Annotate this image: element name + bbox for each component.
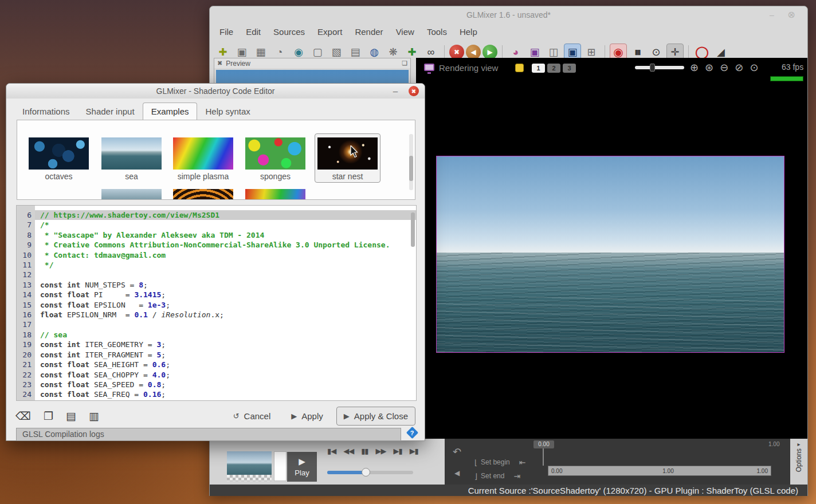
rendering-view-label: Rendering view — [439, 63, 498, 73]
zoom-in-icon[interactable]: ⊕ — [690, 61, 699, 74]
example-star-nest[interactable]: star nest — [317, 137, 378, 181]
dialog-close-icon[interactable]: ✖ — [409, 86, 419, 96]
zoom-current-icon[interactable]: ⊙ — [750, 61, 758, 74]
line-number: 11 — [17, 260, 35, 270]
close-icon[interactable]: ⊗ — [786, 10, 797, 20]
rewind-icon[interactable]: ◀◀ — [343, 447, 354, 455]
code-line: 20const int ITER_FRAGMENT = 5; — [17, 350, 416, 360]
line-number: 15 — [17, 300, 35, 310]
timeline-track[interactable]: 0.00 1.00 1.00 — [548, 466, 771, 476]
dialog-toolbar: ⌫❐▤▥ ↺ Cancel ▶ Apply ▶ Apply & Close — [15, 403, 415, 428]
code-line: 22const float SEA_CHOPPY = 4.0; — [17, 370, 416, 380]
apply-button[interactable]: ▶ Apply — [284, 407, 331, 426]
line-number: 21 — [17, 360, 35, 369]
tab-help-syntax[interactable]: Help syntax — [197, 103, 258, 120]
preview-detach-icon[interactable]: ❏ — [402, 60, 407, 67]
line-number: 10 — [17, 250, 35, 260]
tab-informations[interactable]: Informations — [14, 103, 78, 120]
play-label: Play — [295, 468, 309, 477]
zoom-out-icon[interactable]: ⊖ — [720, 61, 728, 74]
example-octaves[interactable]: octaves — [29, 137, 89, 181]
duplicate-code-icon[interactable]: ❐ — [44, 410, 53, 423]
menu-view[interactable]: View — [390, 25, 421, 40]
source-slot[interactable] — [274, 451, 287, 481]
example-simple-plasma[interactable]: simple plasma — [173, 137, 233, 181]
code-editor[interactable]: 6// https://www.shadertoy.com/view/Ms2SD… — [16, 205, 417, 401]
examples-scrollbar[interactable] — [409, 134, 413, 190]
line-number: 23 — [17, 380, 35, 389]
menu-tools[interactable]: Tools — [421, 25, 453, 40]
skip-forward-icon[interactable]: ▶▮ — [393, 447, 402, 455]
example-thumbnail-partial[interactable] — [101, 189, 162, 200]
apply-close-button[interactable]: ▶ Apply & Close — [336, 407, 415, 426]
example-sea[interactable]: sea — [101, 137, 162, 181]
source-thumbnail[interactable] — [227, 451, 272, 481]
code-line: 9 * Creative Commons Attribution-NonComm… — [17, 240, 416, 250]
example-thumbnail — [317, 137, 378, 170]
layer-button-2[interactable]: 2 — [547, 64, 560, 73]
preview-close-icon[interactable]: ✖ — [217, 60, 222, 67]
dialog-minimize-icon[interactable]: – — [390, 86, 401, 96]
zoom-fit-icon[interactable]: ⊛ — [705, 61, 713, 74]
toolbar-separator — [605, 45, 605, 59]
skip-backward-icon[interactable]: ▮◀ — [327, 447, 336, 455]
cancel-button[interactable]: ↺ Cancel — [226, 407, 278, 426]
insert-template-icon[interactable]: ▥ — [89, 410, 99, 423]
paste-code-icon[interactable]: ▤ — [66, 410, 76, 423]
examples-scrollbar-thumb[interactable] — [409, 156, 413, 181]
playhead-marker[interactable]: 0.00 — [533, 440, 554, 448]
layer-button-1[interactable]: 1 — [532, 64, 545, 73]
example-thumbnail-partial[interactable] — [245, 189, 305, 200]
play-button[interactable]: ▶ Play — [287, 452, 317, 482]
goto-end-icon[interactable]: ⇥ — [513, 471, 520, 481]
set-end-label[interactable]: Set end — [481, 472, 504, 480]
restart-loop-icon[interactable]: ↶ — [453, 446, 461, 458]
speed-slider-knob[interactable] — [362, 468, 370, 477]
example-thumbnail-partial[interactable] — [173, 189, 233, 200]
code-scrollbar[interactable] — [411, 210, 415, 397]
minimize-icon[interactable]: – — [766, 10, 778, 20]
fast-forward-icon[interactable]: ▶▶ — [375, 447, 386, 455]
code-scrollbar-thumb[interactable] — [411, 212, 415, 247]
menu-edit[interactable]: Edit — [240, 25, 267, 40]
clear-code-icon[interactable]: ⌫ — [15, 410, 31, 423]
tab-shader-input[interactable]: Shader input — [78, 103, 143, 120]
speed-slider[interactable] — [327, 471, 413, 474]
zoom-slider[interactable] — [635, 66, 684, 69]
pause-icon[interactable]: ▮▮ — [361, 447, 368, 455]
dialog-buttons: ↺ Cancel ▶ Apply ▶ Apply & Close — [226, 407, 415, 426]
help-icon[interactable]: ? — [406, 427, 418, 439]
line-number: 19 — [17, 340, 35, 349]
collapse-timeline-icon[interactable]: ◀ — [454, 469, 460, 477]
menu-export[interactable]: Export — [311, 25, 348, 40]
menu-file[interactable]: File — [213, 25, 240, 40]
dialog-titlebar[interactable]: GLMixer - Shadertoy Code Editor – ✖ — [6, 84, 425, 99]
menu-render[interactable]: Render — [348, 25, 389, 40]
options-strip[interactable]: ▸ Options — [790, 439, 807, 485]
menu-sources[interactable]: Sources — [267, 25, 311, 40]
set-begin-label[interactable]: Set begin — [481, 458, 510, 466]
end-mark-icon[interactable]: ⌋ — [474, 472, 477, 481]
transport-panel: ▶ Play ▮◀◀◀▮▮▶▶▶▮▶▮ ↶ ◀ ⌊ Set begin ⇤ ⌋ … — [210, 439, 807, 485]
menu-help[interactable]: Help — [453, 25, 484, 40]
catalog-toggle-button[interactable] — [515, 64, 524, 72]
code-line: 12 — [17, 270, 416, 279]
compilation-logs-bar[interactable]: GLSL Compilation logs — [16, 428, 401, 441]
example-sponges[interactable]: sponges — [245, 137, 305, 181]
window-titlebar[interactable]: GLMixer 1.6 - unsaved* – ⊗ — [210, 6, 807, 23]
layer-button-3[interactable]: 3 — [563, 64, 576, 73]
render-output[interactable] — [436, 156, 784, 353]
goto-begin-icon[interactable]: ⇤ — [519, 458, 526, 467]
preview-header: ✖ Preview ❏ — [214, 58, 410, 68]
code-line: 13const int NUM_STEPS = 8; — [17, 280, 416, 290]
play-to-end-icon[interactable]: ▶▮ — [410, 447, 418, 455]
play-icon: ▶ — [299, 456, 305, 467]
dialog-tabs: InformationsShader inputExamplesHelp syn… — [14, 102, 258, 120]
zoom-slider-knob[interactable] — [650, 64, 655, 72]
preview-title: Preview — [226, 60, 398, 68]
tab-examples[interactable]: Examples — [143, 103, 198, 121]
example-label: octaves — [29, 172, 89, 181]
begin-mark-icon[interactable]: ⌊ — [474, 458, 477, 467]
options-arrow-icon[interactable]: ▸ — [797, 441, 800, 447]
zoom-reset-icon[interactable]: ⊘ — [735, 61, 743, 74]
